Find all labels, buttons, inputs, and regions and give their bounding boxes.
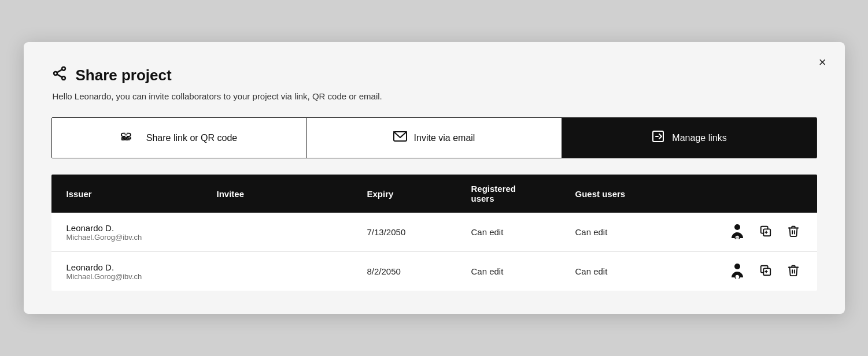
table-row: Leonardo D. Michael.Gorog@ibv.ch 7/13/20… [51,213,817,252]
edit-link-icon [651,129,665,146]
tab-manage-links-label: Manage links [672,133,726,143]
trash-icon [787,227,800,240]
row1-expiry: 7/13/2050 [363,226,467,238]
share-icon [51,65,68,86]
row2-delete-button[interactable] [785,263,802,280]
header-actions [675,192,807,195]
svg-point-20 [735,275,740,279]
row1-person-button[interactable]: ♾ [728,222,747,242]
svg-rect-9 [126,138,128,140]
close-button[interactable]: × [819,56,826,69]
row1-guest-users: Can edit [571,226,675,238]
header-registered-users: Registeredusers [467,183,571,205]
row2-issuer: Leonardo D. Michael.Gorog@ibv.ch [62,261,212,282]
tab-bar: Share link or QR code Invite via email M… [51,117,817,158]
table-header-row: Issuer Invitee Expiry Registeredusers Gu… [51,175,817,213]
share-dialog: × Share project Hello Leonardo, you can … [24,42,845,314]
row1-issuer: Leonardo D. Michael.Gorog@ibv.ch [62,222,212,243]
row2-issuer-name: Leonardo D. [67,262,208,272]
table-row: Leonardo D. Michael.Gorog@ibv.ch 8/2/205… [51,252,817,291]
header-guest-users: Guest users [571,188,675,200]
tab-manage-links[interactable]: Manage links [562,118,817,158]
row1-invitee [212,231,363,233]
dialog-header: Share project [51,65,817,86]
svg-line-4 [57,69,61,72]
tab-invite-email-label: Invite via email [414,133,475,143]
row1-issuer-name: Leonardo D. [67,223,208,233]
svg-rect-8 [122,138,124,140]
header-expiry: Expiry [363,188,467,200]
row2-copy-button[interactable] [757,263,774,280]
tab-share-link-label: Share link or QR code [146,133,237,143]
row1-copy-button[interactable] [757,224,774,240]
row2-actions [675,260,807,283]
row1-actions: ♾ [675,221,807,243]
copy-link-icon [759,227,772,240]
row2-guest-users: Can edit [571,265,675,277]
person-icon [730,268,744,281]
dialog-title: Share project [76,66,172,84]
svg-point-15 [734,224,740,230]
copy-link-icon [759,266,772,279]
link-qr-icon [121,128,139,147]
row2-registered-users: Can edit [467,265,571,277]
row2-invitee [212,270,363,273]
row2-expiry: 8/2/2050 [363,265,467,277]
email-icon [393,131,407,145]
row2-issuer-email: Michael.Gorog@ibv.ch [67,272,208,281]
svg-line-3 [57,75,61,77]
row1-delete-button[interactable] [785,224,802,240]
header-invitee: Invitee [212,188,363,200]
row1-registered-users: Can edit [467,226,571,238]
svg-point-19 [734,264,740,269]
svg-text:♾: ♾ [736,236,739,239]
person-icon: ♾ [730,229,744,242]
trash-icon [787,266,800,279]
row1-issuer-email: Michael.Gorog@ibv.ch [67,233,208,242]
tab-invite-email[interactable]: Invite via email [307,118,562,158]
tab-share-link[interactable]: Share link or QR code [52,118,307,158]
row2-person-button[interactable] [728,261,747,281]
dialog-subtitle: Hello Leonardo, you can invite collabora… [53,91,817,101]
header-issuer: Issuer [62,188,212,200]
links-table: Issuer Invitee Expiry Registeredusers Gu… [51,175,817,291]
